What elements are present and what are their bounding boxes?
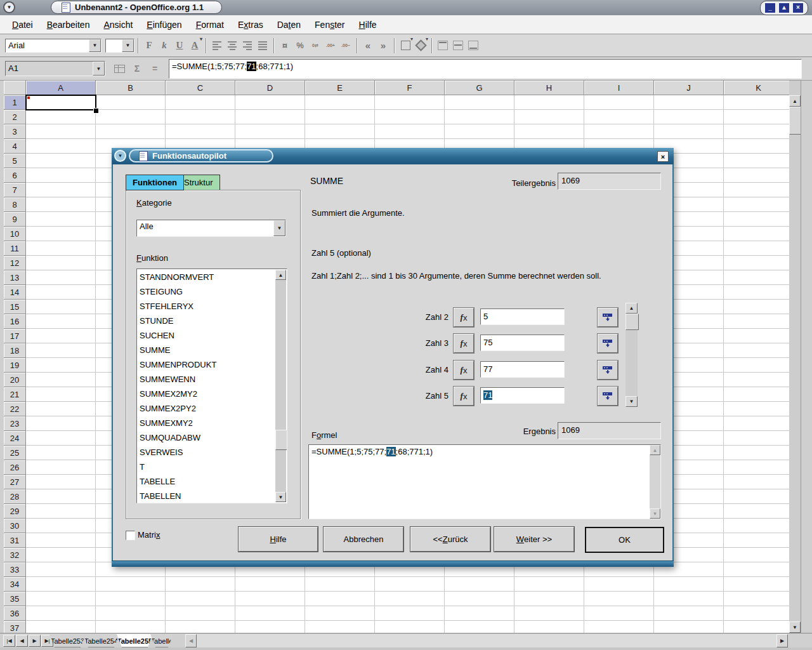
row-header-37[interactable]: 37: [4, 621, 26, 633]
row-header-36[interactable]: 36: [4, 606, 26, 621]
function-equals-button[interactable]: =: [147, 62, 162, 76]
menu-datei[interactable]: Datei: [6, 18, 39, 32]
function-item-stfehleryx[interactable]: STFEHLERYX: [138, 299, 275, 314]
row-header-4[interactable]: 4: [4, 139, 26, 154]
column-header-C[interactable]: C: [166, 81, 235, 95]
argument-scrollbar[interactable]: ▲ ▼: [625, 303, 638, 407]
function-item-tabelle[interactable]: TABELLE: [138, 474, 275, 489]
list-scroll-thumb[interactable]: [275, 430, 287, 450]
ok-button[interactable]: OK: [585, 527, 664, 553]
fill-handle[interactable]: [93, 108, 99, 114]
function-item-standnormvert[interactable]: STANDNORMVERT: [138, 270, 275, 284]
row-header-35[interactable]: 35: [4, 592, 26, 606]
row-header-31[interactable]: 31: [4, 533, 26, 548]
menu-fenster[interactable]: Fenster: [309, 18, 350, 32]
column-header-B[interactable]: B: [96, 81, 166, 95]
row-header-32[interactable]: 32: [4, 548, 26, 562]
function-item-sverweis[interactable]: SVERWEIS: [138, 445, 275, 460]
column-header-D[interactable]: D: [235, 81, 305, 95]
row-header-23[interactable]: 23: [4, 416, 26, 431]
function-item-summex2py2[interactable]: SUMMEX2PY2: [138, 401, 275, 416]
function-item-summex2my2[interactable]: SUMMEX2MY2: [138, 387, 275, 401]
row-header-14[interactable]: 14: [4, 285, 26, 300]
percent-format-icon[interactable]: %: [292, 38, 308, 53]
function-listbox[interactable]: STANDNORMVERTSTEIGUNGSTFEHLERYXSTUNDESUC…: [136, 269, 287, 503]
row-header-28[interactable]: 28: [4, 489, 26, 504]
row-header-19[interactable]: 19: [4, 358, 26, 373]
function-item-stunde[interactable]: STUNDE: [138, 314, 275, 328]
align-left-icon[interactable]: [209, 38, 225, 53]
decrease-indent-icon[interactable]: «: [360, 38, 376, 53]
standard-format-icon[interactable]: 0⇄: [308, 38, 323, 53]
dialog-titlebar[interactable]: ▼ Funktionsautopilot ×: [112, 148, 674, 164]
row-header-13[interactable]: 13: [4, 270, 26, 285]
bold-icon[interactable]: F: [141, 38, 157, 53]
row-header-29[interactable]: 29: [4, 504, 26, 519]
row-header-10[interactable]: 10: [4, 227, 26, 241]
column-header-K[interactable]: K: [724, 81, 789, 95]
align-bottom-icon[interactable]: [466, 38, 481, 53]
zahl-3-shrink-button[interactable]: [598, 334, 618, 353]
tab-funktionen[interactable]: Funktionen: [126, 175, 184, 190]
row-header-16[interactable]: 16: [4, 314, 26, 329]
italic-icon[interactable]: k: [157, 38, 172, 53]
align-top-icon[interactable]: [435, 38, 450, 53]
menu-hilfe[interactable]: Hilfe: [353, 18, 383, 32]
row-header-21[interactable]: 21: [4, 387, 26, 402]
row-header-1[interactable]: 1: [4, 95, 26, 110]
add-decimal-icon[interactable]: .00+: [323, 38, 338, 53]
previous-sheet-button[interactable]: ◀: [16, 635, 28, 647]
column-header-E[interactable]: E: [305, 81, 375, 95]
column-header-H[interactable]: H: [514, 81, 584, 95]
menu-extras[interactable]: Extras: [232, 18, 269, 32]
currency-format-icon[interactable]: ¤: [277, 38, 292, 53]
background-color-icon[interactable]: [413, 38, 428, 53]
first-sheet-button[interactable]: |◀: [3, 635, 15, 647]
row-header-24[interactable]: 24: [4, 431, 26, 446]
row-header-22[interactable]: 22: [4, 402, 26, 416]
scroll-down-icon[interactable]: ▼: [275, 492, 286, 502]
remove-decimal-icon[interactable]: .00−: [338, 38, 353, 53]
row-header-26[interactable]: 26: [4, 460, 26, 475]
column-header-A[interactable]: A: [26, 81, 96, 95]
sheet-tab-tabelle255[interactable]: Tabelle255: [117, 634, 153, 647]
maximize-button[interactable]: ▲: [778, 3, 790, 13]
row-header-12[interactable]: 12: [4, 256, 26, 270]
scroll-up-icon[interactable]: ▲: [275, 270, 286, 280]
menu-einfgen[interactable]: Einfügen: [141, 18, 187, 32]
sheet-tab-tabelle253[interactable]: Tabelle253: [49, 634, 86, 647]
sheet-tab-tabelle254[interactable]: Tabelle254: [83, 634, 119, 647]
function-item-summewenn[interactable]: SUMMEWENN: [138, 372, 275, 387]
font-color-icon[interactable]: A: [187, 38, 202, 53]
zahl-3-input[interactable]: 75: [480, 335, 565, 351]
column-header-F[interactable]: F: [375, 81, 445, 95]
formula-scrollbar[interactable]: ▲ ▼: [650, 445, 660, 519]
zahl-5-shrink-button[interactable]: [598, 387, 618, 406]
align-right-icon[interactable]: [240, 38, 255, 53]
menu-bearbeiten[interactable]: Bearbeiten: [41, 18, 96, 32]
row-header-3[interactable]: 3: [4, 124, 26, 139]
function-item-t[interactable]: T: [138, 460, 275, 474]
zahl-2-shrink-button[interactable]: [598, 308, 618, 327]
row-header-33[interactable]: 33: [4, 562, 26, 577]
function-item-suchen[interactable]: SUCHEN: [138, 328, 275, 343]
close-button[interactable]: ×: [792, 3, 804, 13]
align-justify-icon[interactable]: [255, 38, 270, 53]
zahl-4-input[interactable]: 77: [480, 361, 565, 378]
menu-daten[interactable]: Daten: [272, 18, 306, 32]
row-header-9[interactable]: 9: [4, 212, 26, 227]
select-all-corner[interactable]: [4, 81, 26, 95]
row-header-11[interactable]: 11: [4, 241, 26, 256]
scroll-down-icon[interactable]: ▼: [650, 508, 660, 519]
zahl-2-fx-button[interactable]: fx: [454, 308, 474, 327]
scroll-up-icon[interactable]: ▲: [625, 303, 638, 314]
row-header-15[interactable]: 15: [4, 300, 26, 314]
window-menu-button[interactable]: ▼: [3, 1, 15, 13]
function-item-steigung[interactable]: STEIGUNG: [138, 284, 275, 299]
row-header-8[interactable]: 8: [4, 197, 26, 212]
align-vcenter-icon[interactable]: [450, 38, 466, 53]
scroll-up-icon[interactable]: ▲: [650, 445, 660, 455]
row-header-27[interactable]: 27: [4, 475, 26, 489]
font-name-dropdown-icon[interactable]: ▼: [89, 39, 101, 52]
font-size-dropdown-icon[interactable]: ▼: [122, 39, 134, 52]
